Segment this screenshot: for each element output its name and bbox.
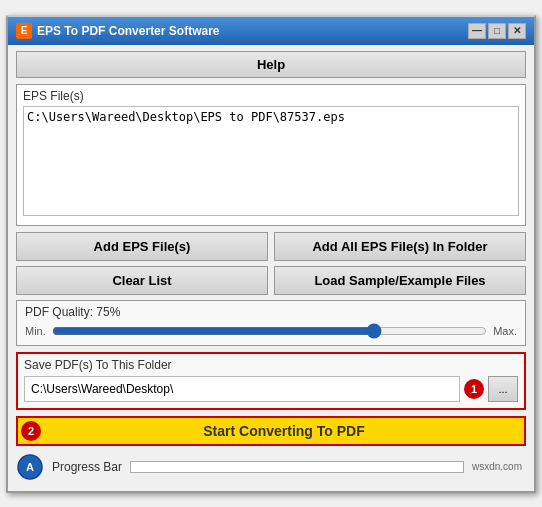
title-bar: E EPS To PDF Converter Software — □ ✕ <box>8 17 534 45</box>
content-area: Help EPS File(s) Add EPS File(s) Add All… <box>8 45 534 491</box>
browse-button[interactable]: ... <box>488 376 518 402</box>
save-path-input[interactable] <box>24 376 460 402</box>
window-title: EPS To PDF Converter Software <box>37 24 219 38</box>
slider-min-label: Min. <box>25 325 46 337</box>
save-group-label: Save PDF(s) To This Folder <box>24 358 518 372</box>
watermark: wsxdn.com <box>472 461 526 472</box>
quality-group: PDF Quality: 75% Min. Max. <box>16 300 526 346</box>
add-buttons-row: Add EPS File(s) Add All EPS File(s) In F… <box>16 232 526 261</box>
quality-slider[interactable] <box>52 323 487 339</box>
eps-group: EPS File(s) <box>16 84 526 226</box>
close-button[interactable]: ✕ <box>508 23 526 39</box>
minimize-button[interactable]: — <box>468 23 486 39</box>
start-converting-row[interactable]: 2 Start Converting To PDF <box>16 416 526 446</box>
save-group: Save PDF(s) To This Folder 1 ... <box>16 352 526 410</box>
clear-load-row: Clear List Load Sample/Example Files <box>16 266 526 295</box>
clear-list-button[interactable]: Clear List <box>16 266 268 295</box>
progress-section: A Progress Bar wsxdn.com <box>16 451 526 483</box>
slider-max-label: Max. <box>493 325 517 337</box>
help-button[interactable]: Help <box>16 51 526 78</box>
slider-row: Min. Max. <box>25 323 517 339</box>
add-eps-button[interactable]: Add EPS File(s) <box>16 232 268 261</box>
svg-text:A: A <box>26 461 34 473</box>
title-bar-left: E EPS To PDF Converter Software <box>16 23 219 39</box>
eps-group-label: EPS File(s) <box>23 89 519 103</box>
start-button-label: Start Converting To PDF <box>47 423 521 439</box>
eps-file-list[interactable] <box>23 106 519 216</box>
logo-svg: A <box>16 453 44 481</box>
save-row: 1 ... <box>24 376 518 402</box>
load-sample-button[interactable]: Load Sample/Example Files <box>274 266 526 295</box>
maximize-button[interactable]: □ <box>488 23 506 39</box>
app-icon: E <box>16 23 32 39</box>
progress-track <box>130 461 464 473</box>
progress-logo: A <box>16 453 44 481</box>
add-all-eps-button[interactable]: Add All EPS File(s) In Folder <box>274 232 526 261</box>
save-badge: 1 <box>464 379 484 399</box>
title-bar-controls: — □ ✕ <box>468 23 526 39</box>
progress-bar-label: Progress Bar <box>52 460 122 474</box>
start-badge: 2 <box>21 421 41 441</box>
quality-label: PDF Quality: 75% <box>25 305 517 319</box>
main-window: E EPS To PDF Converter Software — □ ✕ He… <box>6 15 536 493</box>
